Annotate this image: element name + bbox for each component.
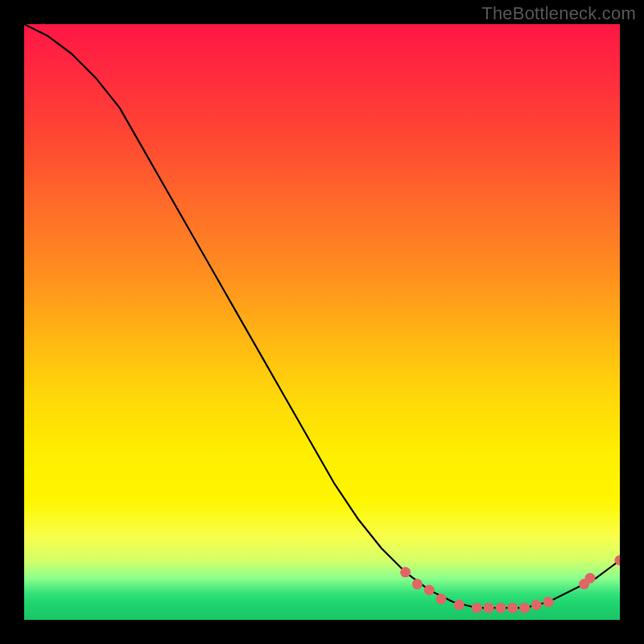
chart-stage: TheBottleneck.com <box>0 0 644 644</box>
watermark-text: TheBottleneck.com <box>481 3 636 24</box>
plot-background <box>24 24 620 620</box>
